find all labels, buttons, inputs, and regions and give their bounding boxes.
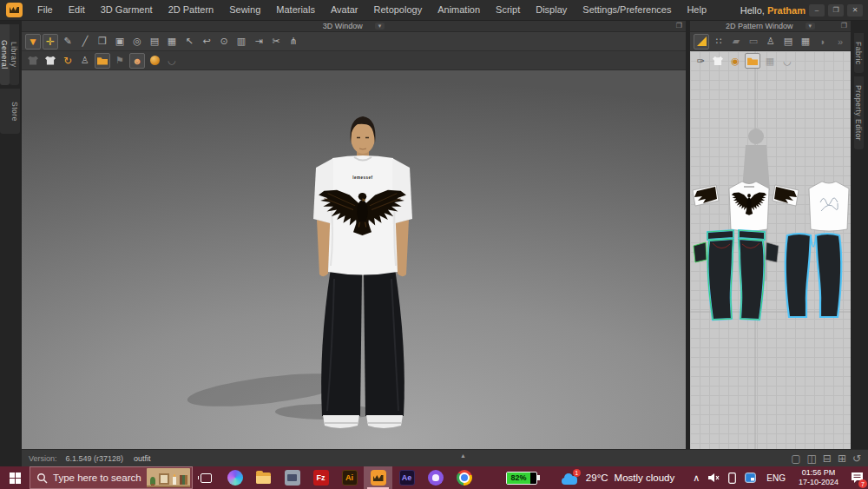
pattern-outline-icon[interactable]: ▭ — [746, 34, 761, 50]
more-tools-icon[interactable]: » — [832, 34, 848, 50]
tab-general[interactable]: General — [0, 24, 10, 85]
taskbar-app-chrome[interactable] — [450, 466, 478, 489]
show-texture-icon[interactable]: ◉ — [727, 53, 743, 69]
avatar-skin-icon[interactable]: ☻ — [129, 53, 145, 69]
volume-muted-icon[interactable] — [708, 472, 720, 483]
menu-materials[interactable]: Materials — [268, 0, 323, 20]
start-button[interactable] — [0, 466, 30, 489]
menu-sewing[interactable]: Sewing — [221, 0, 268, 20]
simulate-icon[interactable]: ▼ — [25, 34, 41, 50]
show-garment-dark-icon[interactable] — [25, 53, 41, 69]
fabric-library-2d-icon[interactable] — [745, 53, 760, 69]
panel-2d-popout-icon[interactable]: ❐ — [841, 22, 847, 30]
sewing-machine-icon[interactable]: ▤ — [147, 34, 162, 50]
sewing-line-icon[interactable]: ╱ — [77, 34, 93, 50]
show-avatar-icon[interactable]: ♙ — [77, 53, 93, 69]
taskbar-app-copilot[interactable] — [220, 466, 249, 489]
layout-mixed-pane-icon[interactable]: ⊟ — [823, 453, 832, 465]
taskbar-search-input[interactable]: Type here to search — [30, 466, 193, 489]
task-view-button[interactable] — [193, 466, 219, 489]
pattern-shape-icon[interactable]: ▰ — [728, 34, 744, 50]
menu-file[interactable]: File — [30, 0, 61, 20]
panel-3d-popout-icon[interactable]: ❐ — [676, 22, 682, 30]
close-button[interactable]: ✕ — [847, 4, 863, 17]
pen-3d-icon[interactable]: ✎ — [60, 34, 76, 50]
layout-reset-icon[interactable]: ↺ — [852, 453, 861, 465]
show-flag-icon[interactable]: ⚑ — [112, 53, 128, 69]
layout-four-pane-icon[interactable]: ⊞ — [838, 453, 846, 465]
notification-center-button[interactable]: 7 — [845, 466, 868, 489]
tab-property-editor[interactable]: Property Editor — [854, 76, 864, 149]
sync-colorway-icon[interactable]: ↻ — [60, 53, 76, 69]
garment-pair-icon[interactable]: ❒ — [95, 34, 110, 50]
edit-pattern-icon[interactable]: ∷ — [711, 34, 727, 50]
menu-display[interactable]: Display — [528, 0, 575, 20]
avatar-fit-icon[interactable]: ◎ — [129, 34, 145, 50]
taskbar-app-filezilla[interactable]: Fz — [306, 466, 335, 489]
collapse-panel-icon[interactable]: ▲ — [460, 453, 466, 459]
taskbar-app-after-effects[interactable]: Ae — [392, 466, 421, 489]
menu-2d-pattern[interactable]: 2D Pattern — [161, 0, 222, 20]
panel-2d-dropdown[interactable]: ▾ — [806, 23, 816, 30]
menu-3d-garment[interactable]: 3D Garment — [93, 0, 161, 20]
show-ruler-icon[interactable]: ◡ — [779, 53, 795, 69]
language-indicator[interactable]: ENG — [766, 473, 786, 483]
menu-settings-preferences[interactable]: Settings/Preferences — [575, 0, 679, 20]
panel-3d-dropdown[interactable]: ▾ — [375, 23, 385, 30]
search-highlight-image[interactable] — [147, 468, 190, 487]
pattern-pants-front[interactable] — [707, 230, 765, 320]
battery-widget[interactable]: 82% — [506, 472, 537, 485]
select-move-icon[interactable]: ✛ — [43, 34, 58, 50]
viewport-3d[interactable]: lemessef — [22, 70, 686, 449]
avatar-3d[interactable] — [22, 70, 686, 449]
taskbar-app-github[interactable] — [421, 466, 450, 489]
fold-arrangement-icon[interactable]: ↩ — [199, 34, 214, 50]
menu-animation[interactable]: Animation — [430, 0, 488, 20]
layout-single-icon[interactable]: ▢ — [791, 453, 800, 465]
awl-icon[interactable]: ✑ — [693, 53, 708, 69]
strap-icon[interactable]: ▥ — [233, 34, 249, 50]
restore-button[interactable]: ❐ — [828, 4, 844, 17]
app-logo-icon[interactable] — [6, 3, 23, 17]
pin-icon[interactable]: ⊙ — [216, 34, 232, 50]
scissors-icon[interactable]: ✂ — [268, 34, 284, 50]
pattern-pocket-left[interactable] — [694, 242, 707, 262]
pattern-shirt-back[interactable] — [809, 182, 849, 231]
pattern-pants-back[interactable] — [786, 234, 841, 317]
quilt-grid-icon[interactable]: ▦ — [164, 34, 180, 50]
pin-on-avatar-icon[interactable]: ♙ — [763, 34, 779, 50]
seam-grid-icon[interactable]: ▦ — [798, 34, 813, 50]
pattern-sleeve-right[interactable] — [773, 185, 799, 206]
tab-fabric[interactable]: Fabric — [854, 33, 864, 73]
menu-edit[interactable]: Edit — [61, 0, 93, 20]
layout-two-pane-icon[interactable]: ◫ — [806, 453, 816, 465]
transform-pattern-icon[interactable] — [694, 34, 709, 50]
tab-store[interactable]: Store — [0, 89, 20, 134]
sewing-machine-2d-icon[interactable]: ▤ — [780, 34, 796, 50]
show-sphere-icon[interactable] — [147, 53, 162, 69]
menu-avatar[interactable]: Avatar — [323, 0, 366, 20]
weather-widget[interactable]: 1 29°CMostly cloudy — [560, 472, 674, 485]
menu-script[interactable]: Script — [488, 0, 528, 20]
viewport-2d[interactable]: ✑ ◉ ▦ ◡ — [690, 51, 851, 449]
tape-measure-icon[interactable]: ◡ — [164, 53, 180, 69]
show-pattern-icon[interactable] — [710, 53, 726, 69]
taskbar-app-file-explorer[interactable] — [249, 466, 278, 489]
tray-chevron-icon[interactable]: ∧ — [693, 472, 700, 484]
pattern-shirt-front[interactable] — [729, 182, 769, 231]
display-tray-icon[interactable] — [745, 472, 756, 483]
taskbar-clock[interactable]: 01:56 PM 17-10-2024 — [799, 468, 838, 487]
select-box-icon[interactable]: ▣ — [112, 34, 128, 50]
taskbar-app-system[interactable] — [278, 466, 306, 489]
show-grid-icon[interactable]: ▦ — [762, 53, 778, 69]
pattern-sleeve-left[interactable] — [693, 185, 719, 206]
menu-help[interactable]: Help — [679, 0, 714, 20]
iron-press-icon[interactable]: ◗ — [815, 34, 831, 50]
walk-pose-icon[interactable]: ⋔ — [286, 34, 301, 50]
pattern-pocket-right[interactable] — [766, 242, 779, 262]
tab-library[interactable]: Library — [10, 24, 19, 85]
flatten-icon[interactable]: ⇥ — [251, 34, 266, 50]
minimize-button[interactable]: – — [809, 4, 825, 17]
fabric-library-icon[interactable] — [95, 53, 110, 69]
menu-retopology[interactable]: Retopology — [366, 0, 431, 20]
